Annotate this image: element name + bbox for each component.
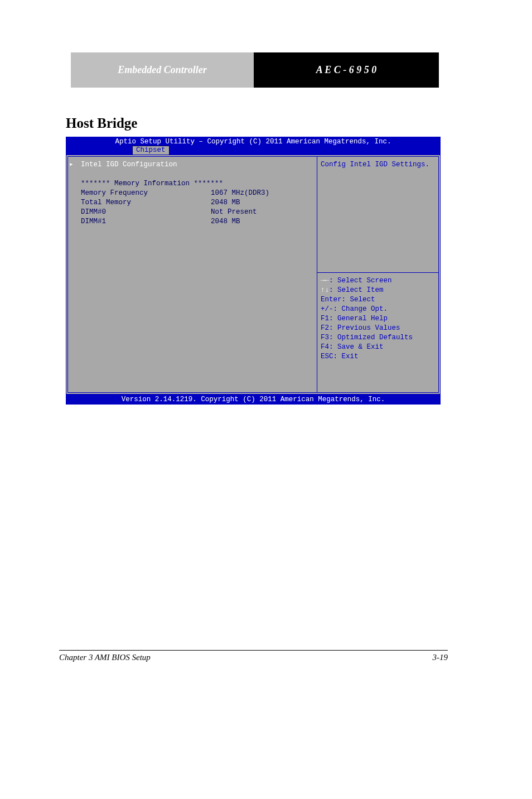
footer-right: 3-19 xyxy=(433,653,448,662)
help-divider xyxy=(317,272,438,273)
header-gray-block: Embedded Controller xyxy=(71,52,254,88)
row-total-memory: Total Memory 2048 MB xyxy=(72,198,312,208)
key-f3: F3: Optimized Defaults xyxy=(321,333,435,343)
key-select-item: ↑↓: Select Item xyxy=(321,286,435,295)
header-black-block: A E C - 6 9 5 0 xyxy=(254,52,439,88)
section-title: Host Bridge xyxy=(66,115,532,131)
value-total-memory: 2048 MB xyxy=(211,198,240,208)
row-memory-frequency: Memory Frequency 1067 MHz(DDR3) xyxy=(72,189,312,198)
bios-screenshot: Aptio Setup Utility – Copyright (C) 2011… xyxy=(66,137,441,405)
page-footer: Chapter 3 AMI BIOS Setup 3-19 xyxy=(59,653,448,685)
memory-info-header: ******* Memory Information ******* xyxy=(72,179,312,189)
tab-chipset[interactable]: Chipset xyxy=(132,146,170,155)
menu-intel-igd-configuration[interactable]: ▸ Intel IGD Configuration xyxy=(72,160,312,170)
key-f4: F4: Save & Exit xyxy=(321,343,435,352)
bios-title-bar: Aptio Setup Utility – Copyright (C) 2011… xyxy=(66,137,441,146)
row-dimm1: DIMM#1 2048 MB xyxy=(72,217,312,227)
selected-item-label: Intel IGD Configuration xyxy=(81,161,177,169)
bios-tab-row: Chipset xyxy=(66,146,441,155)
row-dimm0: DIMM#0 Not Present xyxy=(72,208,312,217)
key-f2: F2: Previous Values xyxy=(321,324,435,333)
header-bar: Embedded Controller A E C - 6 9 5 0 xyxy=(71,52,439,88)
header-gray-text: Embedded Controller xyxy=(71,52,254,88)
help-text: Config Intel IGD Settings. xyxy=(321,161,429,169)
submenu-arrow-icon: ▸ xyxy=(69,160,74,170)
bios-help-panel: Config Intel IGD Settings. →←: Select Sc… xyxy=(317,156,439,393)
bios-main-panel: ▸ Intel IGD Configuration ******* Memory… xyxy=(67,156,317,393)
footer-rule xyxy=(59,650,448,651)
footer-left: Chapter 3 AMI BIOS Setup xyxy=(59,653,151,662)
model-number: A E C - 6 9 5 0 xyxy=(316,64,377,76)
value-dimm1: 2048 MB xyxy=(211,217,240,227)
key-enter: Enter: Select xyxy=(321,295,435,305)
bios-version-bar: Version 2.14.1219. Copyright (C) 2011 Am… xyxy=(66,394,441,405)
value-memory-frequency: 1067 MHz(DDR3) xyxy=(211,189,269,198)
key-esc: ESC: Exit xyxy=(321,352,435,362)
key-select-screen: →←: Select Screen xyxy=(321,276,435,286)
value-dimm0: Not Present xyxy=(211,208,257,217)
key-change-opt: +/-: Change Opt. xyxy=(321,305,435,314)
key-f1: F1: General Help xyxy=(321,314,435,324)
